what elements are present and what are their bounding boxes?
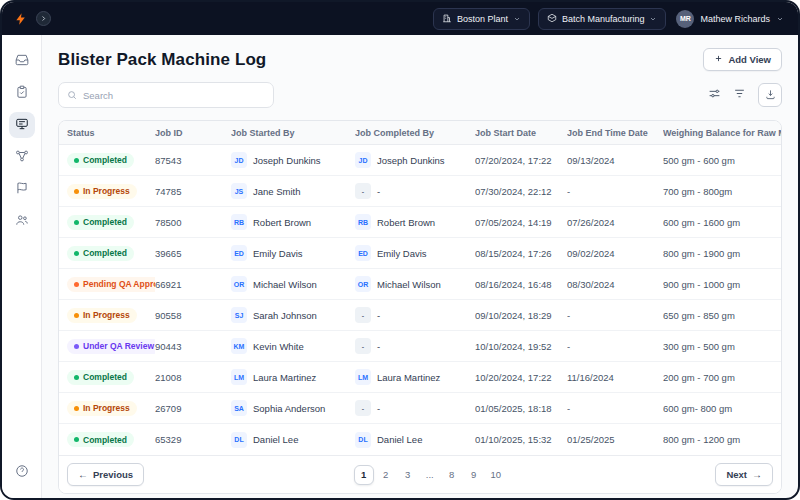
page-button[interactable]: 3 bbox=[398, 465, 418, 485]
job-started-by-cell: JS Jane Smith bbox=[231, 183, 355, 199]
table-row[interactable]: In Progress 74785 JS Jane Smith - - 07/3… bbox=[59, 176, 781, 207]
table-row[interactable]: Completed 78500 RB Robert Brown RB Rober… bbox=[59, 207, 781, 238]
status-cell: Under QA Review bbox=[67, 339, 155, 354]
status-badge: Completed bbox=[67, 432, 134, 447]
search-input[interactable] bbox=[83, 90, 265, 101]
sidebar-item-flags[interactable] bbox=[9, 176, 35, 202]
status-cell: Completed bbox=[67, 246, 155, 261]
completed-by-avatar: LM bbox=[355, 369, 371, 385]
table-row[interactable]: In Progress 26709 SA Sophia Anderson - -… bbox=[59, 393, 781, 424]
started-by-avatar: KM bbox=[231, 338, 247, 354]
job-id: 87543 bbox=[155, 155, 181, 166]
status-badge: Pending QA Approval bbox=[67, 277, 155, 292]
job-end-date-cell: 01/25/2025 bbox=[567, 434, 663, 445]
machine-log-icon bbox=[15, 117, 29, 134]
job-started-by-cell: KM Kevin White bbox=[231, 338, 355, 354]
job-id: 66921 bbox=[155, 279, 181, 290]
end-date: 01/25/2025 bbox=[567, 434, 615, 445]
job-end-date-cell: 07/26/2024 bbox=[567, 217, 663, 228]
job-id: 90443 bbox=[155, 341, 181, 352]
table-row[interactable]: Completed 21008 LM Laura Martinez LM Lau… bbox=[59, 362, 781, 393]
status-badge: In Progress bbox=[67, 401, 137, 416]
status-badge: Completed bbox=[67, 370, 134, 385]
completed-by-name: - bbox=[377, 186, 380, 197]
weighing-balance: 650 gm - 850 gm bbox=[663, 310, 735, 321]
job-id: 74785 bbox=[155, 186, 181, 197]
sidebar-item-team[interactable] bbox=[9, 208, 35, 234]
filter-button[interactable] bbox=[733, 87, 746, 103]
weighing-balance-cell: 600 gm- 800 gm bbox=[663, 403, 781, 414]
page-button[interactable]: 9 bbox=[464, 465, 484, 485]
completed-by-name: Daniel Lee bbox=[377, 434, 422, 445]
completed-by-avatar: OR bbox=[355, 276, 371, 292]
completed-by-name: Robert Brown bbox=[377, 217, 435, 228]
table-row[interactable]: In Progress 90558 SJ Sarah Johnson - - 0… bbox=[59, 300, 781, 331]
completed-by-name: Emily Davis bbox=[377, 248, 427, 259]
job-start-date-cell: 08/15/2024, 17:26 bbox=[475, 248, 567, 259]
add-view-button[interactable]: Add View bbox=[703, 48, 782, 71]
job-id-cell: 21008 bbox=[155, 372, 231, 383]
page-button[interactable]: 8 bbox=[442, 465, 462, 485]
end-date: - bbox=[567, 403, 570, 414]
sidebar-item-tasks[interactable] bbox=[9, 80, 35, 106]
table-row[interactable]: Pending QA Approval 66921 OR Michael Wil… bbox=[59, 269, 781, 300]
job-completed-by-cell: OR Michael Wilson bbox=[355, 276, 475, 292]
settings-sliders-button[interactable] bbox=[708, 87, 721, 103]
sidebar-item-workflow[interactable] bbox=[9, 144, 35, 170]
job-completed-by-cell: RB Robert Brown bbox=[355, 214, 475, 230]
module-selector-label: Batch Manufacturing bbox=[562, 14, 645, 24]
job-completed-by-cell: - - bbox=[355, 338, 475, 354]
user-menu[interactable]: MR Mathew Richards bbox=[674, 10, 786, 28]
job-start-date-cell: 07/05/2024, 14:19 bbox=[475, 217, 567, 228]
table-row[interactable]: Completed 87543 JD Joseph Dunkins JD Jos… bbox=[59, 145, 781, 176]
column-header: Job Completed By bbox=[355, 128, 475, 138]
user-name: Mathew Richards bbox=[700, 14, 770, 24]
weighing-balance: 600 gm- 800 gm bbox=[663, 403, 732, 414]
table-row[interactable]: Completed 39665 ED Emily Davis ED Emily … bbox=[59, 238, 781, 269]
column-header: Job ID bbox=[155, 128, 231, 138]
status-label: Under QA Review bbox=[83, 341, 154, 351]
job-started-by-cell: ED Emily Davis bbox=[231, 245, 355, 261]
table-row[interactable]: Under QA Review 90443 KM Kevin White - -… bbox=[59, 331, 781, 362]
completed-by-name: Joseph Dunkins bbox=[377, 155, 445, 166]
next-button[interactable]: Next → bbox=[715, 463, 773, 486]
table-row[interactable]: Completed 65329 DL Daniel Lee DL Daniel … bbox=[59, 424, 781, 455]
job-completed-by-cell: JD Joseph Dunkins bbox=[355, 152, 475, 168]
column-header: Job End Time Date bbox=[567, 128, 663, 138]
job-start-date-cell: 01/05/2025, 18:18 bbox=[475, 403, 567, 414]
sidebar-item-inbox[interactable] bbox=[9, 48, 35, 74]
status-badge: In Progress bbox=[67, 308, 137, 323]
module-selector[interactable]: Batch Manufacturing bbox=[538, 8, 667, 30]
job-start-date-cell: 07/20/2024, 17:22 bbox=[475, 155, 567, 166]
app-window: Boston Plant Batch Manufacturing MR Math… bbox=[0, 0, 800, 500]
completed-by-avatar: ED bbox=[355, 245, 371, 261]
pagination: ← Previous 123...8910 Next → bbox=[59, 455, 781, 493]
job-started-by-cell: JD Joseph Dunkins bbox=[231, 152, 355, 168]
job-started-by-cell: SJ Sarah Johnson bbox=[231, 307, 355, 323]
status-dot-icon bbox=[74, 220, 79, 225]
toolbar bbox=[58, 82, 782, 108]
previous-button[interactable]: ← Previous bbox=[67, 463, 144, 486]
plant-selector[interactable]: Boston Plant bbox=[433, 8, 530, 30]
job-started-by-cell: SA Sophia Anderson bbox=[231, 400, 355, 416]
started-by-name: Sarah Johnson bbox=[253, 310, 317, 321]
sidebar-expand-button[interactable] bbox=[36, 11, 51, 26]
download-button[interactable] bbox=[758, 83, 782, 107]
page-button[interactable]: 2 bbox=[376, 465, 396, 485]
page-button[interactable]: 10 bbox=[486, 465, 506, 485]
sidebar-item-machine-log[interactable] bbox=[9, 112, 35, 138]
flag-icon bbox=[15, 181, 29, 198]
page-title: Blister Pack Machine Log bbox=[58, 50, 266, 70]
status-cell: In Progress bbox=[67, 184, 155, 199]
page-button[interactable]: 1 bbox=[354, 465, 374, 485]
started-by-name: Joseph Dunkins bbox=[253, 155, 321, 166]
end-date: - bbox=[567, 310, 570, 321]
status-dot-icon bbox=[74, 437, 79, 442]
job-completed-by-cell: DL Daniel Lee bbox=[355, 432, 475, 448]
sidebar bbox=[2, 35, 42, 498]
job-id-cell: 74785 bbox=[155, 186, 231, 197]
status-label: Completed bbox=[83, 435, 127, 445]
status-badge: Completed bbox=[67, 215, 134, 230]
help-button[interactable] bbox=[9, 459, 35, 485]
status-label: Completed bbox=[83, 372, 127, 382]
